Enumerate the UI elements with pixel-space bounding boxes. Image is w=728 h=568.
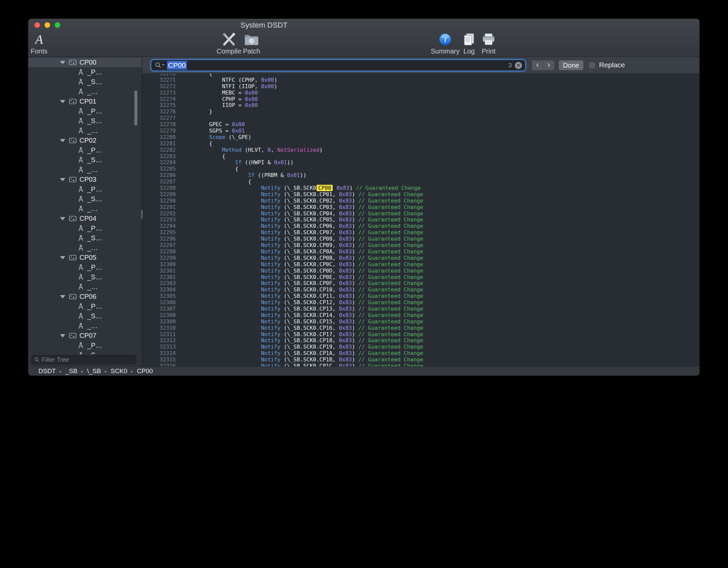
code-text: Notify (\_SB.SCK0.CP10, 0x83) // Guarant… bbox=[183, 287, 423, 293]
clear-search-button[interactable]: ✕ bbox=[515, 62, 522, 69]
sidebar-item-child[interactable]: _… bbox=[28, 321, 142, 331]
code-text: Notify (\_SB.SCK0.CP03, 0x83) // Guarant… bbox=[183, 204, 423, 211]
done-button[interactable]: Done bbox=[559, 60, 584, 70]
sidebar-item-child[interactable]: _P… bbox=[28, 67, 142, 77]
disclosure-triangle-icon[interactable] bbox=[60, 256, 65, 259]
sidebar-item-cp06[interactable]: CP06 bbox=[28, 292, 142, 301]
summary-button[interactable]: i Summary bbox=[429, 32, 461, 55]
line-number: 32271 bbox=[142, 77, 176, 83]
desktop-background: System DSDT A Fonts bbox=[0, 0, 728, 568]
code-text: Notify (\_SB.SCK0.CP01, 0x83) // Guarant… bbox=[183, 191, 423, 198]
sidebar-item-child[interactable]: _S… bbox=[28, 311, 142, 321]
print-button[interactable]: Print bbox=[476, 32, 501, 55]
sidebar-item-cp01[interactable]: CP01 bbox=[28, 97, 142, 106]
patch-button[interactable]: Patch bbox=[237, 32, 266, 55]
fonts-button[interactable]: A Fonts bbox=[28, 32, 50, 55]
sidebar-item-child[interactable]: _… bbox=[28, 282, 142, 292]
disclosure-triangle-icon[interactable] bbox=[60, 139, 65, 142]
line-number: 32311 bbox=[142, 331, 176, 338]
code-text: Notify (\_SB.SCK0.CP1B, 0x83) // Guarant… bbox=[183, 357, 423, 363]
find-input[interactable]: CP00 3 ✕ bbox=[151, 60, 526, 71]
sidebar-item-child[interactable]: _… bbox=[28, 204, 142, 214]
code-text: Notify (\_SB.SCK0.CP16, 0x83) // Guarant… bbox=[183, 325, 423, 331]
code-text: Notify (\_SB.SCK0.CP02, 0x83) // Guarant… bbox=[183, 198, 423, 204]
sidebar-item-cp07[interactable]: CP07 bbox=[28, 331, 142, 341]
line-number: 32291 bbox=[142, 204, 176, 211]
code-line: 32286 If ((PRBM & 0x01)) bbox=[142, 172, 699, 179]
sidebar-item-child[interactable]: _S… bbox=[28, 155, 142, 165]
tree-item-label: _… bbox=[87, 88, 98, 96]
editor-pane: CP00 3 ✕ ‹ › Done Replace 32270 {32271 N… bbox=[142, 57, 699, 366]
sidebar-item-child[interactable]: _S… bbox=[28, 194, 142, 204]
disclosure-triangle-icon[interactable] bbox=[60, 295, 65, 298]
line-number: 32286 bbox=[142, 172, 176, 179]
search-menu-icon[interactable] bbox=[155, 62, 165, 69]
code-text: { bbox=[183, 179, 251, 185]
sidebar-item-child[interactable]: _… bbox=[28, 87, 142, 97]
sidebar-item-child[interactable]: _… bbox=[28, 165, 142, 175]
filter-tree-input[interactable] bbox=[42, 356, 133, 363]
code-line: 32274 CPHP = 0x00 bbox=[142, 96, 699, 103]
code-text: GPEC = 0x00 bbox=[183, 121, 245, 128]
line-number: 32304 bbox=[142, 287, 176, 293]
line-number: 32309 bbox=[142, 319, 176, 325]
tree-item-label: _S… bbox=[87, 195, 102, 203]
code-text: NTFI (IIOP, 0x00) bbox=[183, 83, 277, 90]
sidebar: CP00_P…_S…_…CP01_P…_S…_…CP02_P…_S…_…CP03… bbox=[28, 57, 142, 366]
breadcrumb-item[interactable]: SCK0 bbox=[110, 367, 127, 375]
titlebar[interactable]: System DSDT bbox=[28, 19, 699, 31]
method-icon bbox=[77, 264, 84, 271]
disclosure-triangle-icon[interactable] bbox=[60, 100, 65, 103]
sidebar-scrollbar[interactable] bbox=[134, 91, 137, 126]
disclosure-triangle-icon[interactable] bbox=[60, 61, 65, 64]
code-text: Notify (\_SB.SCK0.CP12, 0x83) // Guarant… bbox=[183, 299, 423, 306]
method-icon bbox=[77, 78, 84, 85]
disclosure-triangle-icon[interactable] bbox=[60, 178, 65, 181]
tree-item-label: CP01 bbox=[79, 98, 96, 105]
sidebar-item-child[interactable]: _S… bbox=[28, 272, 142, 282]
sidebar-item-cp02[interactable]: CP02 bbox=[28, 136, 142, 145]
sidebar-item-cp05[interactable]: CP05 bbox=[28, 253, 142, 262]
code-line: 32308 Notify (\_SB.SCK0.CP14, 0x83) // G… bbox=[142, 312, 699, 319]
device-icon bbox=[69, 99, 76, 104]
sidebar-item-child[interactable]: _P… bbox=[28, 184, 142, 194]
close-window-button[interactable] bbox=[34, 22, 40, 28]
zoom-window-button[interactable] bbox=[55, 22, 60, 28]
disclosure-triangle-icon[interactable] bbox=[60, 217, 65, 220]
sidebar-item-child[interactable]: _… bbox=[28, 243, 142, 253]
filter-field[interactable] bbox=[31, 355, 136, 364]
breadcrumb-item[interactable]: _SB bbox=[65, 367, 77, 375]
breadcrumb-item[interactable]: \_SB bbox=[87, 367, 101, 375]
code-line: 32273 MEBC = 0x00 bbox=[142, 90, 699, 96]
minimize-window-button[interactable] bbox=[44, 22, 50, 28]
sidebar-item-child[interactable]: _P… bbox=[28, 106, 142, 116]
sidebar-item-child[interactable]: _S… bbox=[28, 233, 142, 243]
code-line: 32285 { bbox=[142, 166, 699, 172]
status-bar: DSDT▸_SB▸\_SB▸SCK0▸CP00 bbox=[28, 366, 699, 376]
code-text: Notify (\_SB.SCK0.CP11, 0x83) // Guarant… bbox=[183, 293, 423, 299]
sidebar-item-child[interactable]: _P… bbox=[28, 145, 142, 155]
sidebar-item-cp04[interactable]: CP04 bbox=[28, 214, 142, 223]
find-next-button[interactable]: › bbox=[543, 61, 554, 70]
line-number: 32283 bbox=[142, 153, 176, 160]
method-icon bbox=[77, 225, 84, 232]
code-editor[interactable]: 32270 {32271 NTFC (CPHP, 0x00)32272 NTFI… bbox=[142, 74, 699, 366]
sidebar-item-cp03[interactable]: CP03 bbox=[28, 175, 142, 184]
sidebar-item-child[interactable]: _P… bbox=[28, 262, 142, 272]
sidebar-item-child[interactable]: _P… bbox=[28, 341, 142, 350]
code-text: { bbox=[183, 141, 212, 147]
tree-item-label: CP06 bbox=[79, 293, 96, 300]
line-number: 32315 bbox=[142, 357, 176, 363]
sidebar-item-child[interactable]: _P… bbox=[28, 223, 142, 233]
disclosure-triangle-icon[interactable] bbox=[60, 334, 65, 338]
sidebar-item-child[interactable]: _… bbox=[28, 126, 142, 136]
app-window: System DSDT A Fonts bbox=[28, 19, 700, 376]
replace-checkbox[interactable] bbox=[589, 62, 595, 69]
sidebar-item-child[interactable]: _P… bbox=[28, 301, 142, 311]
sidebar-item-cp00[interactable]: CP00 bbox=[28, 58, 142, 67]
sidebar-item-child[interactable]: _S… bbox=[28, 77, 142, 87]
breadcrumb-item[interactable]: DSDT bbox=[38, 367, 56, 375]
sidebar-item-child[interactable]: _S… bbox=[28, 116, 142, 126]
find-previous-button[interactable]: ‹ bbox=[532, 61, 543, 70]
breadcrumb-item[interactable]: CP00 bbox=[137, 367, 153, 375]
